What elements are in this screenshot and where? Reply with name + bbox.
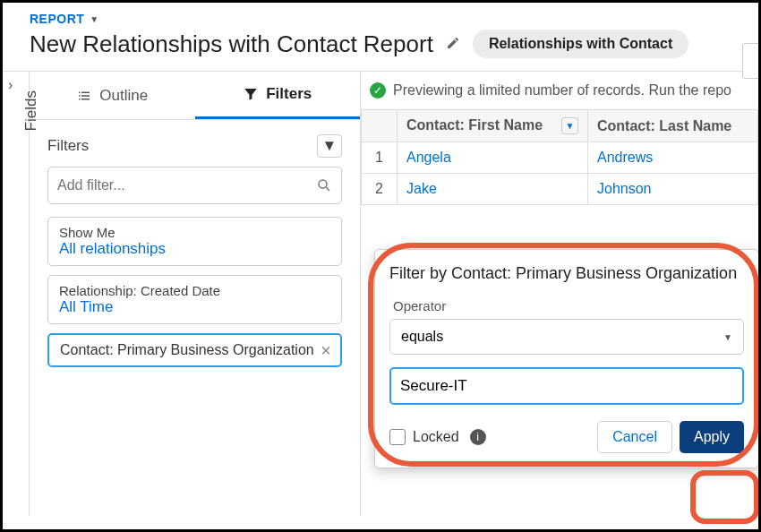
filter-card-value: All Time	[59, 298, 330, 316]
sort-icon[interactable]: ▼	[561, 117, 578, 134]
chevron-right-icon: ›	[8, 77, 13, 93]
table-row: 1 Angela Andrews	[362, 142, 758, 174]
apply-label: Apply	[694, 429, 730, 445]
check-circle-icon: ✓	[370, 82, 386, 99]
svg-line-1	[326, 187, 329, 191]
caret-down-icon: ▼	[723, 332, 732, 342]
filter-card-show-me[interactable]: Show Me All relationships	[47, 217, 342, 266]
edit-icon[interactable]	[446, 36, 460, 53]
cell-last-name[interactable]: Johnson	[588, 174, 758, 205]
cell-first-name[interactable]: Angela	[398, 142, 588, 174]
locked-label: Locked	[413, 429, 459, 445]
report-label[interactable]: REPORT ▼	[30, 12, 731, 26]
locked-checkbox[interactable]: Locked i	[389, 429, 486, 445]
cell-last-name[interactable]: Andrews	[588, 142, 758, 174]
filter-card-primary-org[interactable]: Contact: Primary Business Organization ×	[47, 333, 342, 367]
checkbox-icon	[389, 429, 406, 445]
fields-rail[interactable]: › Fields	[3, 72, 30, 516]
filter-value-input[interactable]	[389, 367, 744, 405]
preview-message: Previewing a limited number of records. …	[393, 82, 731, 99]
cell-first-name[interactable]: Jake	[398, 174, 588, 205]
report-label-text: REPORT	[30, 12, 84, 26]
remove-filter-icon[interactable]: ×	[321, 340, 331, 361]
apply-button[interactable]: Apply	[680, 421, 744, 453]
popup-title: Filter by Contact: Primary Business Orga…	[389, 262, 744, 284]
info-icon[interactable]: i	[470, 429, 486, 445]
filter-card-value: All relationships	[59, 240, 330, 258]
add-filter-input[interactable]	[57, 177, 316, 193]
svg-point-0	[319, 180, 327, 188]
cancel-button[interactable]: Cancel	[597, 421, 672, 453]
search-icon	[316, 177, 332, 193]
caret-down-icon: ▼	[90, 14, 98, 24]
page-title: New Relationships with Contact Report	[30, 30, 433, 58]
preview-table: Contact: First Name▼ Contact: Last Name …	[361, 109, 758, 205]
tab-filters-label: Filters	[266, 85, 312, 103]
col-first-name[interactable]: Contact: First Name▼	[398, 110, 588, 142]
operator-select[interactable]: equals ▼	[389, 319, 744, 355]
filter-card-created-date[interactable]: Relationship: Created Date All Time	[47, 275, 342, 324]
fields-rail-label: Fields	[22, 90, 40, 131]
filters-heading: Filters	[47, 137, 89, 155]
add-filter-input-wrap[interactable]	[47, 167, 342, 204]
col-label: Contact: Last Name	[597, 118, 731, 133]
operator-value: equals	[401, 329, 443, 345]
table-row: 2 Jake Johnson	[362, 174, 758, 205]
tab-filters[interactable]: Filters	[195, 72, 361, 119]
tab-outline[interactable]: Outline	[30, 72, 195, 119]
operator-label: Operator	[393, 298, 744, 313]
col-index	[362, 110, 398, 142]
filter-editor-popup: Filter by Contact: Primary Business Orga…	[374, 249, 759, 468]
cancel-label: Cancel	[612, 429, 657, 445]
report-type-chip[interactable]: Relationships with Contact	[473, 30, 688, 58]
tab-outline-label: Outline	[99, 87, 148, 105]
filters-menu-button[interactable]: ▼	[317, 134, 342, 158]
col-last-name[interactable]: Contact: Last Name	[588, 110, 758, 142]
caret-down-icon: ▼	[322, 137, 338, 155]
filter-card-label: Relationship: Created Date	[59, 283, 330, 298]
filter-card-label: Show Me	[59, 225, 330, 240]
col-label: Contact: First Name	[406, 117, 543, 133]
filter-card-label: Contact: Primary Business Organization	[60, 342, 329, 358]
